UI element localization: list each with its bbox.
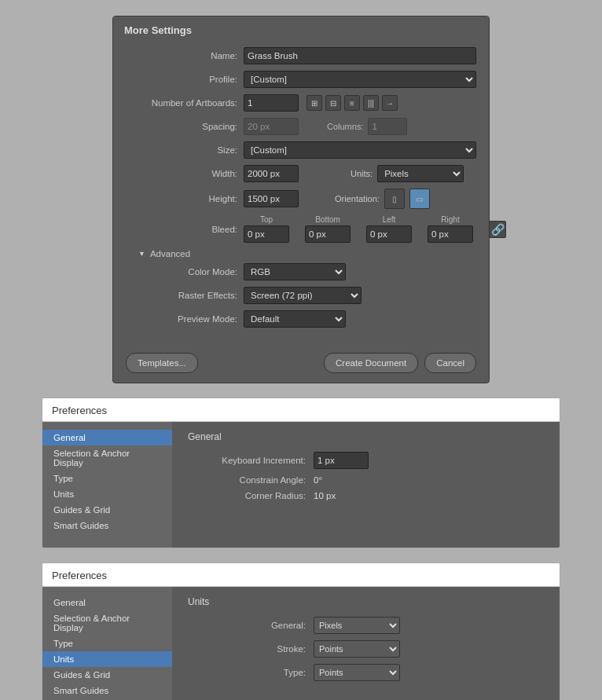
- spacing-row: Spacing: Columns:: [126, 118, 476, 135]
- arrange-icon[interactable]: ⊟: [325, 95, 341, 111]
- bleed-bottom-label: Bottom: [315, 215, 340, 224]
- columns-input[interactable]: [368, 118, 407, 135]
- name-label: Name:: [126, 51, 244, 60]
- artboards-input[interactable]: [244, 94, 299, 112]
- color-mode-row: Color Mode: RGB CMYK: [126, 263, 476, 280]
- prefs-general-body: General Selection & Anchor Display Type …: [42, 422, 560, 548]
- width-input[interactable]: [244, 165, 299, 182]
- bleed-row: Bleed: Top Bottom Left Right: [126, 215, 476, 243]
- bleed-right-label: Right: [441, 215, 459, 224]
- size-select[interactable]: [Custom]: [244, 141, 476, 159]
- sidebar-item-guides[interactable]: Guides & Grid: [42, 502, 172, 518]
- color-mode-select[interactable]: RGB CMYK: [244, 263, 346, 280]
- prefs-units-body: General Selection & Anchor Display Type …: [42, 587, 560, 700]
- raster-effects-row: Raster Effects: Screen (72 ppi) Medium (…: [126, 287, 476, 304]
- bleed-fields: Top Bottom Left Right 🔗: [244, 215, 506, 243]
- row-icon[interactable]: ≡: [344, 95, 360, 111]
- stroke-units-label: Stroke:: [188, 644, 314, 654]
- profile-select[interactable]: [Custom]: [244, 71, 476, 88]
- landscape-icon[interactable]: ▭: [409, 189, 430, 209]
- general-units-label: General:: [188, 621, 314, 630]
- stroke-units-select[interactable]: Points Pixels Inches: [314, 640, 400, 658]
- height-input[interactable]: [244, 190, 299, 207]
- keyboard-increment-row: Keyboard Increment:: [188, 452, 544, 469]
- create-document-button[interactable]: Create Document: [324, 353, 418, 373]
- portrait-icon[interactable]: ▯: [384, 189, 405, 209]
- spacing-label: Spacing:: [126, 122, 244, 131]
- templates-button[interactable]: Templates...: [126, 353, 198, 373]
- grid-icon[interactable]: ⊞: [307, 95, 322, 111]
- preview-mode-select[interactable]: Default Pixel Overprint: [244, 310, 346, 328]
- profile-row: Profile: [Custom]: [126, 71, 476, 88]
- sidebar-item-selection[interactable]: Selection & Anchor Display: [42, 445, 172, 471]
- size-label: Size:: [126, 145, 244, 155]
- stroke-units-row: Stroke: Points Pixels Inches: [188, 640, 544, 658]
- dialog-footer: Templates... Create Document Cancel: [113, 345, 489, 383]
- type-units-select[interactable]: Points Pixels Inches: [314, 664, 400, 681]
- units-sidebar-selection[interactable]: Selection & Anchor Display: [42, 610, 172, 636]
- more-settings-title: More Settings: [113, 16, 489, 41]
- artboard-icons: ⊞ ⊟ ≡ ||| →: [307, 95, 398, 111]
- units-sidebar-guides[interactable]: Guides & Grid: [42, 667, 172, 683]
- name-input[interactable]: [244, 47, 476, 64]
- sidebar-item-type[interactable]: Type: [42, 471, 172, 486]
- bleed-bottom-input[interactable]: [305, 225, 351, 243]
- constrain-angle-value: 0°: [314, 475, 322, 485]
- constrain-angle-row: Constrain Angle: 0°: [188, 475, 544, 485]
- keyboard-increment-input[interactable]: [314, 452, 369, 469]
- prefs-units-dialog: Preferences General Selection & Anchor D…: [42, 563, 560, 700]
- bleed-top-input[interactable]: [244, 225, 289, 243]
- bleed-left-field: Left: [366, 215, 412, 243]
- preview-mode-row: Preview Mode: Default Pixel Overprint: [126, 310, 476, 328]
- prefs-general-dialog: Preferences General Selection & Anchor D…: [42, 398, 560, 548]
- raster-effects-label: Raster Effects:: [126, 291, 244, 300]
- profile-label: Profile:: [126, 75, 244, 84]
- general-units-row: General: Pixels Inches Points: [188, 617, 544, 634]
- bleed-left-input[interactable]: [366, 225, 412, 243]
- prefs-general-sidebar: General Selection & Anchor Display Type …: [42, 422, 172, 548]
- constrain-angle-label: Constrain Angle:: [188, 475, 314, 485]
- advanced-section-header[interactable]: ▼ Advanced: [138, 249, 476, 258]
- units-sidebar-type[interactable]: Type: [42, 636, 172, 651]
- arrow-icon[interactable]: →: [382, 95, 398, 111]
- prefs-units-sidebar: General Selection & Anchor Display Type …: [42, 587, 172, 700]
- prefs-units-section-title: Units: [188, 596, 544, 607]
- keyboard-increment-label: Keyboard Increment:: [188, 456, 314, 465]
- units-sidebar-smart-guides[interactable]: Smart Guides: [42, 683, 172, 698]
- columns-label: Columns:: [327, 122, 363, 131]
- bleed-label: Bleed:: [126, 225, 244, 234]
- color-mode-label: Color Mode:: [126, 267, 244, 277]
- units-sidebar-general[interactable]: General: [42, 595, 172, 610]
- corner-radius-label: Corner Radius:: [188, 491, 314, 500]
- corner-radius-value: 10 px: [314, 491, 336, 500]
- bleed-bottom-field: Bottom: [305, 215, 351, 243]
- bleed-right-field: Right: [428, 215, 473, 243]
- collapse-icon: ▼: [138, 250, 145, 258]
- sidebar-item-smart-guides[interactable]: Smart Guides: [42, 518, 172, 533]
- cancel-button[interactable]: Cancel: [424, 353, 476, 373]
- more-settings-dialog: More Settings Name: Profile: [Custom] Nu…: [112, 16, 490, 383]
- artboards-row: Number of Artboards: ⊞ ⊟ ≡ ||| →: [126, 94, 476, 112]
- link-icon[interactable]: 🔗: [489, 221, 506, 238]
- general-units-select[interactable]: Pixels Inches Points: [314, 617, 400, 634]
- col-icon[interactable]: |||: [363, 95, 379, 111]
- bleed-top-label: Top: [260, 215, 273, 224]
- preview-mode-label: Preview Mode:: [126, 314, 244, 324]
- name-row: Name:: [126, 47, 476, 64]
- width-units-row: Width: Units: Pixels Inches Millimeters …: [126, 165, 476, 182]
- bleed-left-label: Left: [383, 215, 396, 224]
- units-select[interactable]: Pixels Inches Millimeters Points: [377, 165, 464, 182]
- prefs-units-content: Units General: Pixels Inches Points Stro…: [172, 587, 560, 700]
- units-sidebar-units[interactable]: Units: [42, 651, 172, 667]
- spacing-input[interactable]: [244, 118, 299, 135]
- type-units-row: Type: Points Pixels Inches: [188, 664, 544, 681]
- sidebar-item-general[interactable]: General: [42, 430, 172, 445]
- raster-effects-select[interactable]: Screen (72 ppi) Medium (150 ppi) High (3…: [244, 287, 362, 304]
- prefs-general-content: General Keyboard Increment: Constrain An…: [172, 422, 560, 548]
- advanced-label: Advanced: [150, 249, 190, 258]
- artboards-label: Number of Artboards:: [126, 98, 244, 108]
- width-label: Width:: [126, 169, 244, 178]
- prefs-general-title: Preferences: [42, 398, 560, 422]
- sidebar-item-units[interactable]: Units: [42, 486, 172, 502]
- bleed-right-input[interactable]: [428, 225, 473, 243]
